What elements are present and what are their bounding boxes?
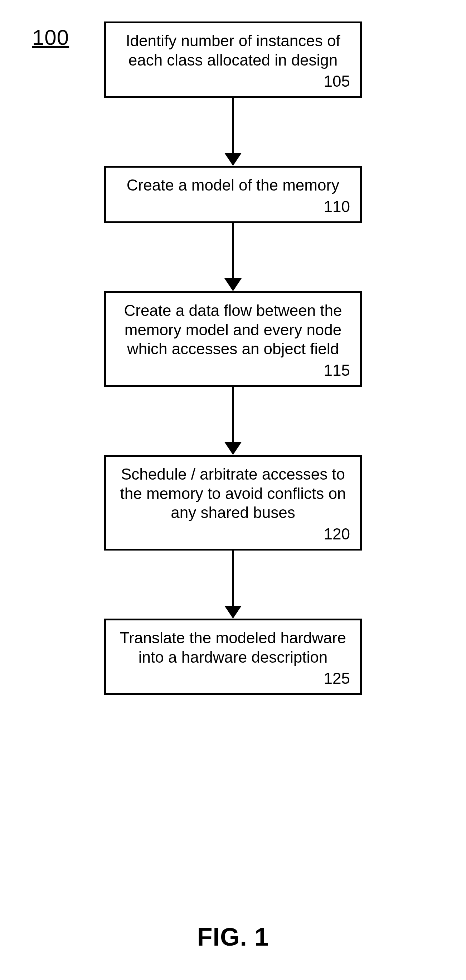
flow-step-text: Create a model of the memory: [116, 175, 350, 195]
arrow-head-icon: [224, 278, 242, 291]
flow-step-number: 105: [116, 72, 350, 90]
flow-arrow: [224, 98, 242, 166]
flow-step-number: 115: [116, 361, 350, 379]
flow-step-number: 120: [116, 525, 350, 543]
flow-arrow: [224, 223, 242, 291]
arrow-shaft: [232, 550, 234, 606]
figure-caption: FIG. 1: [0, 923, 466, 951]
flow-step: Create a model of the memory 110: [104, 166, 362, 223]
flow-step-number: 125: [116, 670, 350, 687]
flow-step-text: Create a data flow between the memory mo…: [116, 301, 350, 358]
flow-arrow: [224, 387, 242, 455]
arrow-head-icon: [224, 606, 242, 619]
arrow-head-icon: [224, 153, 242, 166]
figure-page: 100 Identify number of instances of each…: [0, 0, 466, 980]
arrow-head-icon: [224, 442, 242, 455]
arrow-shaft: [232, 387, 234, 442]
flow-step-text: Schedule / arbitrate accesses to the mem…: [116, 465, 350, 522]
flow-step: Translate the modeled hardware into a ha…: [104, 619, 362, 695]
flow-step: Identify number of instances of each cla…: [104, 21, 362, 98]
flow-step: Schedule / arbitrate accesses to the mem…: [104, 455, 362, 550]
flow-step-text: Translate the modeled hardware into a ha…: [116, 628, 350, 667]
flow-step-text: Identify number of instances of each cla…: [116, 31, 350, 70]
flowchart: Identify number of instances of each cla…: [0, 21, 466, 695]
arrow-shaft: [232, 223, 234, 278]
flow-step-number: 110: [116, 198, 350, 216]
flow-arrow: [224, 550, 242, 619]
arrow-shaft: [232, 98, 234, 153]
flow-step: Create a data flow between the memory mo…: [104, 291, 362, 387]
